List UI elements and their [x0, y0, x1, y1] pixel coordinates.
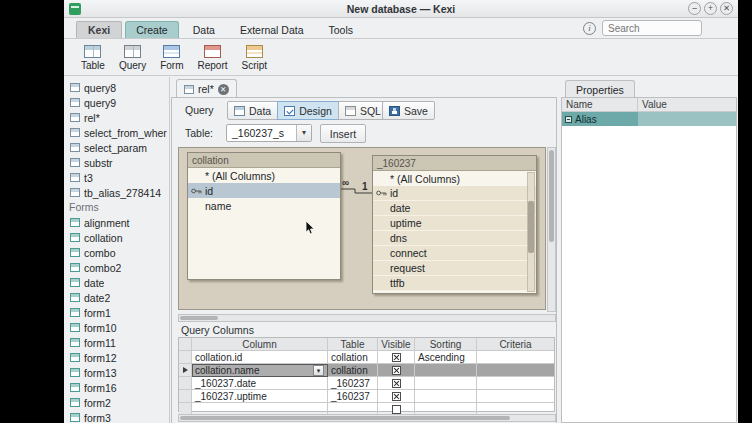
- design-area-hscrollbar[interactable]: [178, 314, 556, 322]
- sidebar-item-form2[interactable]: form2: [64, 395, 169, 410]
- sidebar-item-date[interactable]: date: [64, 275, 169, 290]
- minimize-icon[interactable]: –: [688, 2, 701, 15]
- relation-design-area[interactable]: collation * (All Columns) id name: [178, 147, 546, 310]
- field-row-all-columns[interactable]: * (All Columns): [188, 168, 340, 183]
- row-selector[interactable]: [179, 390, 192, 403]
- sidebar-item-select-from-where[interactable]: select_from_where: [64, 125, 169, 140]
- field-row-ttfb[interactable]: ttfb: [373, 276, 536, 291]
- sidebar-item-date2[interactable]: date2: [64, 290, 169, 305]
- data-view-button[interactable]: Data: [227, 101, 278, 120]
- tab-close-icon[interactable]: ✕: [218, 84, 229, 95]
- design-area-vscrollbar[interactable]: [547, 147, 556, 312]
- sidebar-item-t3[interactable]: t3: [64, 170, 169, 185]
- scrollbar-thumb[interactable]: [549, 150, 554, 242]
- scrollbar-thumb[interactable]: [528, 201, 534, 253]
- sidebar-item-form11[interactable]: form11: [64, 335, 169, 350]
- field-row-id[interactable]: id: [188, 183, 340, 198]
- sidebar-item-combo2[interactable]: combo2: [64, 260, 169, 275]
- column-header-column[interactable]: Column: [192, 338, 328, 351]
- field-row-request[interactable]: request: [373, 261, 536, 276]
- column-header-sorting[interactable]: Sorting: [415, 338, 477, 351]
- table-box-160237[interactable]: _160237 * (All Columns) id date uptime d…: [372, 155, 537, 294]
- titlebar[interactable]: New database — Kexi – + ✕: [64, 0, 738, 18]
- property-row-alias[interactable]: Alias: [562, 112, 736, 126]
- kexi-window: New database — Kexi – + ✕ Kexi Create Da…: [64, 0, 738, 423]
- tab-tools[interactable]: Tools: [318, 21, 365, 38]
- create-script-button[interactable]: Script: [237, 42, 273, 74]
- scrollbar-thumb[interactable]: [180, 316, 218, 320]
- create-form-button[interactable]: Form: [155, 42, 188, 74]
- grid-row[interactable]: collation.id collation Ascending: [179, 351, 554, 364]
- chevron-down-icon[interactable]: ▾: [296, 125, 311, 141]
- forms-section-header[interactable]: Forms: [64, 200, 169, 215]
- sidebar-item-form12[interactable]: form12: [64, 350, 169, 365]
- column-header-visible[interactable]: Visible: [378, 338, 415, 351]
- table-combobox[interactable]: _160237_s ▾: [226, 124, 312, 142]
- sidebar-item-collation[interactable]: collation: [64, 230, 169, 245]
- sidebar-item-form1[interactable]: form1: [64, 305, 169, 320]
- search-input[interactable]: [602, 20, 702, 36]
- sidebar-item-rel[interactable]: rel*: [64, 110, 169, 125]
- grid-row-current[interactable]: collation.name▾ collation: [179, 364, 554, 377]
- grid-hscrollbar[interactable]: [178, 414, 556, 422]
- visible-checkbox[interactable]: [392, 353, 401, 362]
- table-box-collation[interactable]: collation * (All Columns) id name: [187, 152, 341, 280]
- sidebar-item-form16[interactable]: form16: [64, 380, 169, 395]
- kexi-menu-button[interactable]: Kexi: [76, 21, 122, 38]
- sidebar-item-query8[interactable]: query8: [64, 80, 169, 95]
- grid-row[interactable]: _160237.date _160237: [179, 377, 554, 390]
- scrollbar-thumb[interactable]: [180, 416, 510, 420]
- field-row-date[interactable]: date: [373, 201, 536, 216]
- grid-row[interactable]: _160237.uptime _160237: [179, 390, 554, 403]
- save-icon: [389, 106, 400, 116]
- create-query-button[interactable]: Query: [114, 42, 151, 74]
- column-header-table[interactable]: Table: [328, 338, 378, 351]
- table-box-scrollbar[interactable]: [527, 172, 535, 292]
- save-button[interactable]: Save: [382, 101, 435, 120]
- column-header-criteria[interactable]: Criteria: [477, 338, 554, 351]
- visible-checkbox[interactable]: [392, 405, 401, 414]
- sidebar-item-select-param[interactable]: select_param: [64, 140, 169, 155]
- create-table-button[interactable]: Table: [76, 42, 110, 74]
- table-box-title[interactable]: _160237: [373, 156, 536, 171]
- close-icon[interactable]: ✕: [720, 2, 733, 15]
- menubar: Kexi Create Data External Data Tools i: [64, 18, 738, 39]
- row-selector[interactable]: [179, 351, 192, 364]
- chevron-down-icon[interactable]: ▾: [313, 365, 324, 376]
- collapse-expander-icon[interactable]: [565, 116, 572, 123]
- tab-data[interactable]: Data: [182, 21, 226, 38]
- table-label: Table:: [185, 127, 213, 139]
- sql-view-button[interactable]: SQL: [338, 101, 388, 120]
- sidebar-item-form3[interactable]: form3: [64, 410, 169, 423]
- document-tab-rel[interactable]: rel* ✕: [176, 79, 237, 98]
- field-row-id[interactable]: id: [373, 186, 536, 201]
- visible-checkbox[interactable]: [392, 392, 401, 401]
- sidebar-item-alignment[interactable]: alignment: [64, 215, 169, 230]
- sidebar-item-combo[interactable]: combo: [64, 245, 169, 260]
- field-row-uptime[interactable]: uptime: [373, 216, 536, 231]
- sidebar-item-tb-alias[interactable]: tb_alias_278414: [64, 185, 169, 200]
- row-selector[interactable]: [179, 377, 192, 390]
- sidebar-item-form13[interactable]: form13: [64, 365, 169, 380]
- insert-button[interactable]: Insert: [320, 124, 366, 143]
- visible-checkbox[interactable]: [392, 379, 401, 388]
- tab-external-data[interactable]: External Data: [229, 21, 315, 38]
- field-row-name[interactable]: name: [188, 198, 340, 213]
- visible-checkbox[interactable]: [392, 366, 401, 375]
- tab-create[interactable]: Create: [125, 21, 179, 38]
- maximize-icon[interactable]: +: [704, 2, 717, 15]
- row-selector[interactable]: [179, 364, 192, 377]
- info-icon[interactable]: i: [583, 22, 596, 35]
- field-row-all-columns[interactable]: * (All Columns): [373, 171, 536, 186]
- field-row-dns[interactable]: dns: [373, 231, 536, 246]
- sidebar-item-form10[interactable]: form10: [64, 320, 169, 335]
- tab-properties[interactable]: Properties: [565, 80, 635, 98]
- table-box-title[interactable]: collation: [188, 153, 340, 168]
- field-row-connect[interactable]: connect: [373, 246, 536, 261]
- design-view-button[interactable]: Design: [277, 101, 339, 120]
- query-columns-grid: Column Table Visible Sorting Criteria co…: [178, 337, 555, 412]
- primary-key-icon: [376, 189, 388, 197]
- sidebar-item-query9[interactable]: query9: [64, 95, 169, 110]
- sidebar-item-substr[interactable]: substr: [64, 155, 169, 170]
- create-report-button[interactable]: Report: [192, 42, 232, 74]
